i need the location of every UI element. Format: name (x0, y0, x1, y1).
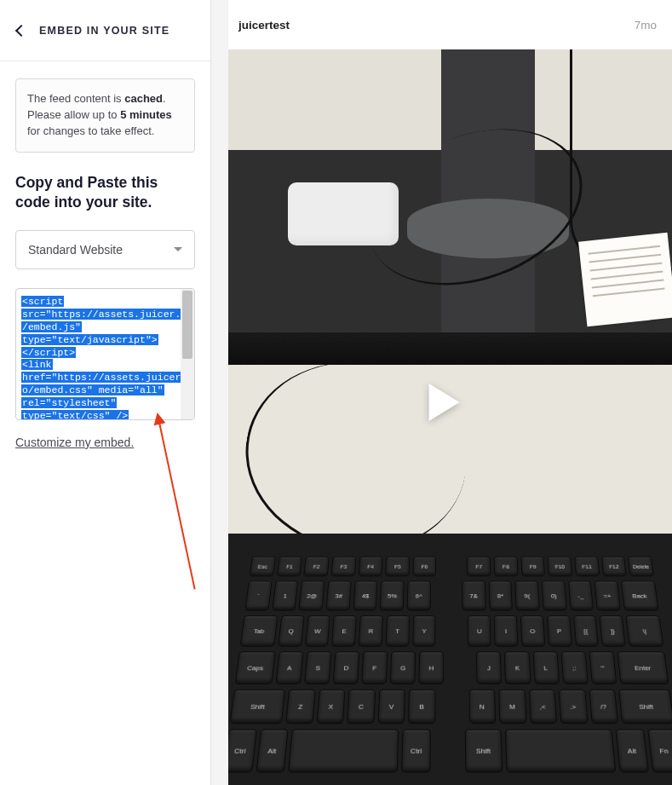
code-line: /embed.js" (21, 321, 82, 332)
keyboard-key: Shift (229, 690, 285, 724)
keyboard-key: V (377, 690, 405, 724)
code-line: <script (21, 296, 64, 307)
keyboard-key: F3 (330, 557, 356, 577)
keyboard-key: F12 (601, 557, 628, 577)
keyboard-key: F2 (304, 557, 330, 577)
code-line: rel="stylesheet" (21, 397, 117, 408)
keyboard-key: N (468, 690, 496, 724)
keyboard-key: Enter (617, 651, 669, 684)
sidebar: EMBED IN YOUR SITE The feed content is c… (0, 0, 211, 785)
keyboard-key: ]} (600, 615, 626, 647)
page-title: EMBED IN YOUR SITE (39, 25, 169, 37)
keyboard-split (447, 651, 474, 684)
keyboard-key: B (408, 690, 435, 724)
keyboard-key: T (385, 615, 410, 647)
platform-select[interactable]: Standard Website (15, 230, 195, 269)
keyboard-split (439, 615, 465, 647)
keyboard-key: /? (589, 690, 618, 724)
keyboard-key: 9( (514, 580, 539, 610)
keyboard-key: F8 (494, 557, 519, 577)
keyboard-key: Ctrl (228, 729, 257, 772)
keyboard-key: '" (589, 651, 617, 684)
keyboard-key: H (419, 651, 445, 684)
keyboard-key: M (498, 690, 526, 724)
keyboard-key: A (275, 651, 303, 684)
embed-code-text[interactable]: <script src="https://assets.juicer.io /e… (16, 289, 194, 419)
keyboard-key: Alt (256, 729, 289, 772)
code-line: type="text/css" /> (21, 410, 129, 419)
platform-select-value: Standard Website (28, 243, 123, 257)
customize-embed-link[interactable]: Customize my embed. (15, 436, 134, 449)
cache-notice: The feed content is cached. Please allow… (15, 78, 195, 153)
keyboard-key: R (359, 615, 383, 647)
code-line: src="https://assets.juicer.io (21, 309, 193, 320)
keyboard-key: Z (285, 690, 315, 724)
keyboard-key: F5 (385, 557, 410, 577)
keyboard-key: X (316, 690, 345, 724)
notice-text-post: for changes to take effect. (27, 124, 154, 137)
keyboard-key: 8* (488, 580, 513, 610)
keyboard-key: 1 (272, 580, 298, 610)
keyboard-key: Tab (240, 615, 279, 647)
keyboard-key: F11 (574, 557, 600, 577)
video-bg-keyboard: EscF1F2F3F4F5F6F7F8F9F10F11F12Delete `12… (228, 534, 672, 785)
keyboard-key: 2@ (299, 580, 325, 610)
keyboard-key: Delete (628, 557, 654, 577)
scrollbar-thumb[interactable] (182, 291, 192, 359)
keyboard-key: 5% (380, 580, 405, 610)
keyboard-key: Back (621, 580, 659, 610)
back-icon[interactable] (15, 24, 27, 36)
section-heading: Copy and Paste this code into your site. (15, 173, 195, 213)
code-line: type="text/javascript"> (21, 334, 158, 345)
keyboard-key: 4$ (353, 580, 378, 610)
post-video[interactable]: EscF1F2F3F4F5F6F7F8F9F10F11F12Delete `12… (228, 49, 672, 785)
keyboard-key: Ctrl (401, 729, 430, 772)
keyboard-split (439, 557, 463, 577)
main-content: juicertest 7mo EscF1F2F3F4F5F6F7F8F9F10F… (211, 0, 672, 785)
keyboard-key: Y (412, 615, 436, 647)
play-icon[interactable] (429, 384, 460, 421)
keyboard-key: I (494, 615, 519, 647)
keyboard-key: S (304, 651, 332, 684)
keyboard-key: F10 (548, 557, 573, 577)
keyboard-split (434, 580, 458, 610)
post-header: juicertest 7mo (228, 0, 672, 49)
keyboard-key: Fn (647, 729, 672, 772)
keyboard-key: Shift (618, 690, 672, 724)
sidebar-body: The feed content is cached. Please allow… (0, 61, 210, 467)
keyboard-key: =+ (594, 580, 621, 610)
code-line: href="https://assets.juicer.i (21, 372, 193, 383)
keyboard-key: F4 (358, 557, 382, 577)
keyboard-key: J (476, 651, 502, 684)
keyboard-key: .> (559, 690, 589, 724)
code-line: <link (21, 359, 53, 370)
keyboard-key: C (347, 690, 376, 724)
keyboard-key: F1 (277, 557, 302, 577)
keyboard-key: F6 (412, 557, 436, 577)
keyboard-key: Shift (464, 729, 503, 772)
notice-bold-minutes: 5 minutes (120, 108, 172, 121)
keyboard-key: E (331, 615, 357, 647)
keyboard-key: F7 (467, 557, 491, 577)
keyboard-key (505, 729, 617, 772)
sidebar-header: EMBED IN YOUR SITE (0, 0, 210, 61)
keyboard-key: 3# (325, 580, 351, 610)
post-timestamp: 7mo (635, 19, 657, 32)
keyboard-key: ` (244, 580, 272, 610)
code-line: </script> (21, 347, 76, 358)
scrollbar-track[interactable] (181, 289, 194, 419)
keyboard-key: Q (278, 615, 304, 647)
embed-code-box[interactable]: <script src="https://assets.juicer.io /e… (15, 288, 195, 420)
keyboard-key: O (520, 615, 545, 647)
keyboard-key: Esc (250, 557, 276, 577)
keyboard-key: ,< (528, 690, 557, 724)
keyboard-key: F9 (520, 557, 545, 577)
keyboard-key (288, 729, 399, 772)
post-username[interactable]: juicertest (238, 19, 290, 32)
video-bg-shelf (228, 49, 672, 365)
keyboard-key: -_ (568, 580, 594, 610)
keyboard-key: \| (626, 615, 664, 647)
keyboard-key: P (547, 615, 572, 647)
keyboard-key: 6^ (407, 580, 431, 610)
code-line: o/embed.css" media="all" (21, 384, 164, 395)
